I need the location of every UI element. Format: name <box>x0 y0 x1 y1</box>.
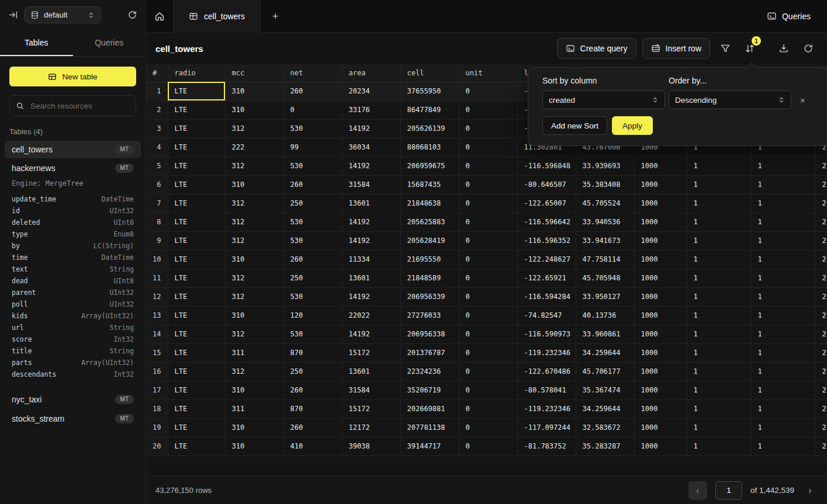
cell[interactable]: 2 <box>815 325 827 343</box>
cell[interactable]: 31584 <box>342 175 400 194</box>
cell[interactable]: 205625883 <box>400 213 459 231</box>
cell[interactable]: 1 <box>687 231 751 250</box>
cell[interactable]: 222 <box>225 138 283 157</box>
cell[interactable]: LTE <box>168 175 225 194</box>
cell[interactable]: LTE <box>168 381 225 399</box>
cell[interactable]: 1 <box>751 437 815 456</box>
cell[interactable]: LTE <box>168 269 225 287</box>
cell[interactable]: 260 <box>283 82 342 100</box>
cell[interactable]: 0 <box>459 250 517 269</box>
cell[interactable]: 530 <box>283 119 342 138</box>
cell[interactable]: 310 <box>225 381 283 399</box>
row-number[interactable]: 16 <box>146 362 168 381</box>
cell[interactable]: 1 <box>687 306 751 325</box>
cell[interactable]: LTE <box>168 231 225 250</box>
cell[interactable]: 1000 <box>634 157 687 175</box>
cell[interactable]: 35206719 <box>400 381 459 399</box>
cell[interactable]: 21848638 <box>400 194 459 213</box>
cell[interactable]: 1 <box>751 399 815 418</box>
row-number[interactable]: 5 <box>146 157 168 175</box>
cell[interactable]: 0 <box>459 213 517 231</box>
cell[interactable]: 1000 <box>634 399 687 418</box>
row-number[interactable]: 11 <box>146 269 168 287</box>
cell[interactable]: 0 <box>459 437 517 456</box>
row-number[interactable]: 10 <box>146 250 168 269</box>
cell[interactable]: 1000 <box>634 231 687 250</box>
cell[interactable]: 2 <box>815 269 827 287</box>
cell[interactable]: 47.758114 <box>576 250 634 269</box>
column-header-net[interactable]: net <box>283 64 342 82</box>
cell[interactable]: 2 <box>815 250 827 269</box>
cell[interactable]: 310 <box>225 175 283 194</box>
cell[interactable]: -116.596352 <box>517 231 576 250</box>
cell[interactable]: -122.65007 <box>517 194 576 213</box>
cell[interactable]: 0 <box>459 362 517 381</box>
cell[interactable]: 31584 <box>342 381 400 399</box>
cell[interactable]: -116.590973 <box>517 325 576 343</box>
cell[interactable]: 311 <box>225 399 283 418</box>
cell[interactable]: 14192 <box>342 119 400 138</box>
cell[interactable]: 1 <box>751 175 815 194</box>
sort-column-select[interactable]: created <box>542 91 665 109</box>
cell[interactable]: LTE <box>168 82 225 100</box>
row-number[interactable]: 18 <box>146 399 168 418</box>
cell[interactable]: 21848589 <box>400 269 459 287</box>
cell[interactable]: 1 <box>687 213 751 231</box>
cell[interactable]: 0 <box>459 119 517 138</box>
cell[interactable]: 1 <box>751 362 815 381</box>
cell[interactable]: 1 <box>687 287 751 306</box>
cell[interactable]: 1 <box>687 325 751 343</box>
cell[interactable]: 15172 <box>342 399 400 418</box>
tab-cell_towers[interactable]: cell_towers <box>173 0 261 33</box>
sidebar-item-stocks_stream[interactable]: stocks_stream MT <box>5 409 141 428</box>
cell[interactable]: 312 <box>225 325 283 343</box>
cell[interactable]: 1000 <box>634 287 687 306</box>
cell[interactable]: 205626139 <box>400 119 459 138</box>
cell[interactable]: 2 <box>815 418 827 437</box>
cell[interactable]: 312 <box>225 213 283 231</box>
cell[interactable]: LTE <box>168 343 225 362</box>
cell[interactable]: 45.706177 <box>576 362 634 381</box>
cell[interactable]: 201376787 <box>400 343 459 362</box>
cell[interactable]: 11334 <box>342 250 400 269</box>
column-header-area[interactable]: area <box>342 64 400 82</box>
cell[interactable]: 35.283287 <box>576 437 634 456</box>
cell[interactable]: 33176 <box>342 100 400 119</box>
cell[interactable]: 21695550 <box>400 250 459 269</box>
cell[interactable]: 1000 <box>634 213 687 231</box>
cell[interactable]: 1 <box>687 381 751 399</box>
cell[interactable]: 33.941673 <box>576 231 634 250</box>
cell[interactable]: 530 <box>283 231 342 250</box>
cell[interactable]: 310 <box>225 82 283 100</box>
cell[interactable]: 205628419 <box>400 231 459 250</box>
cell[interactable]: -122.65921 <box>517 269 576 287</box>
cell[interactable]: 1 <box>751 250 815 269</box>
cell[interactable]: -81.783752 <box>517 437 576 456</box>
cell[interactable]: 2 <box>815 381 827 399</box>
cell[interactable]: 1 <box>687 157 751 175</box>
page-input[interactable] <box>715 481 742 500</box>
cell[interactable]: 311 <box>225 343 283 362</box>
row-number[interactable]: 20 <box>146 437 168 456</box>
cell[interactable]: 2 <box>815 287 827 306</box>
column-header-cell[interactable]: cell <box>400 64 459 82</box>
cell[interactable]: 1000 <box>634 269 687 287</box>
download-button[interactable] <box>774 39 793 58</box>
cell[interactable]: 1 <box>687 418 751 437</box>
cell[interactable]: 2 <box>815 213 827 231</box>
cell[interactable]: 310 <box>225 100 283 119</box>
cell[interactable]: 207781138 <box>400 418 459 437</box>
cell[interactable]: 0 <box>459 157 517 175</box>
column-header-radio[interactable]: radio <box>168 64 225 82</box>
cell[interactable]: 202669881 <box>400 399 459 418</box>
row-number[interactable]: 19 <box>146 418 168 437</box>
cell[interactable]: 1 <box>751 269 815 287</box>
filter-button[interactable] <box>716 39 735 58</box>
cell[interactable]: 1000 <box>634 343 687 362</box>
cell[interactable]: LTE <box>168 194 225 213</box>
cell[interactable]: 0 <box>459 138 517 157</box>
cell[interactable]: 2 <box>815 194 827 213</box>
cell[interactable]: 1 <box>751 194 815 213</box>
cell[interactable]: 33.960861 <box>576 325 634 343</box>
cell[interactable]: 37655950 <box>400 82 459 100</box>
